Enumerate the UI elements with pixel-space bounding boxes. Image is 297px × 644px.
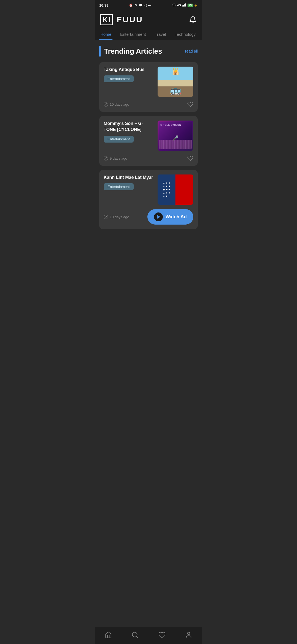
trending-section-header: Trending Articles read all xyxy=(99,46,198,57)
article-card-3[interactable]: Kann Lint Mae Lat Myar Entertainment ★ ★… xyxy=(99,170,198,229)
article-category-1: Entertainment xyxy=(104,75,134,82)
wifi-icon xyxy=(172,3,176,7)
svg-rect-1 xyxy=(182,6,183,7)
article-time-2: 9 days ago xyxy=(104,156,127,160)
svg-rect-2 xyxy=(183,5,183,6)
bell-icon[interactable] xyxy=(189,16,197,24)
article-footer-3: 10 days ago Watch Ad xyxy=(104,209,193,225)
like-button-1[interactable] xyxy=(187,101,193,107)
article-category-3: Entertainment xyxy=(104,183,134,190)
tab-travel[interactable]: Travel xyxy=(153,29,167,40)
watch-ad-button[interactable]: Watch Ad xyxy=(147,209,193,225)
bus-icon: 🚌 xyxy=(170,85,181,95)
section-title-wrapper: Trending Articles xyxy=(99,46,162,57)
article-text-3: Kann Lint Mae Lat Myar Entertainment xyxy=(104,174,154,190)
article-time-1: 10 days ago xyxy=(104,102,129,107)
concert-thumbnail-text: G-TONE CYCLON xyxy=(160,124,181,126)
svg-rect-3 xyxy=(184,4,185,7)
article-thumbnail-2: G-TONE CYCLON 🎤 xyxy=(158,121,193,151)
article-text-1: Taking Antique Bus Entertainment xyxy=(104,67,154,82)
status-bar: 16:39 ⏰ ⚙ 💬 ◁ ••• 4G 73 ⚡ xyxy=(95,0,202,10)
play-triangle-icon xyxy=(157,215,160,219)
building-icon: 🕌 xyxy=(172,68,179,75)
app-logo: KI FUUU xyxy=(100,14,143,25)
article-card-2[interactable]: Mommy's Son – G-TONE [CYCLONE] Entertain… xyxy=(99,116,198,166)
flag-right xyxy=(175,174,193,205)
section-title: Trending Articles xyxy=(104,47,162,56)
battery-icon: 73 xyxy=(188,4,193,7)
main-content: Trending Articles read all Taking Antiqu… xyxy=(95,40,202,261)
article-time-3: 10 days ago xyxy=(104,215,129,219)
article-title-3: Kann Lint Mae Lat Myar xyxy=(104,174,154,181)
article-thumbnail-1: 🕌 🚌 xyxy=(158,67,193,97)
concert-thumbnail: G-TONE CYCLON 🎤 xyxy=(158,121,193,151)
tab-technology[interactable]: Technology xyxy=(174,29,197,40)
bus-thumbnail: 🕌 🚌 xyxy=(158,67,193,97)
clock-icon-1 xyxy=(104,102,108,107)
svg-rect-4 xyxy=(185,3,186,6)
flag-left: ★ ★ ★ ★ ★ ★ ★ ★ ★ ★ ★ ★ xyxy=(158,174,175,205)
charging-icon: ⚡ xyxy=(194,4,198,7)
read-all-link[interactable]: read all xyxy=(185,49,198,53)
dots-icon: ••• xyxy=(148,4,152,7)
article-text-2: Mommy's Son – G-TONE [CYCLONE] Entertain… xyxy=(104,121,154,143)
navigation-icon: ◁ xyxy=(144,4,147,7)
app-header: KI FUUU xyxy=(95,10,202,29)
article-category-2: Entertainment xyxy=(104,136,134,143)
title-accent xyxy=(99,46,101,57)
article-footer-2: 9 days ago xyxy=(104,155,193,161)
status-icons-left: ⏰ ⚙ 💬 ◁ ••• xyxy=(129,4,152,7)
article-footer-1: 10 days ago xyxy=(104,101,193,107)
tab-entertainment[interactable]: Entertainment xyxy=(119,29,147,40)
settings-icon: ⚙ xyxy=(134,4,137,7)
status-time: 16:39 xyxy=(99,3,108,7)
article-title-1: Taking Antique Bus xyxy=(104,67,154,73)
tab-home[interactable]: Home xyxy=(99,29,112,40)
watch-ad-label: Watch Ad xyxy=(166,214,187,220)
message-icon: 💬 xyxy=(139,4,143,7)
article-card-inner-2: Mommy's Son – G-TONE [CYCLONE] Entertain… xyxy=(104,121,193,151)
time-text-2: 9 days ago xyxy=(110,156,127,160)
time-text-1: 10 days ago xyxy=(110,102,129,107)
article-card-inner-1: Taking Antique Bus Entertainment 🕌 🚌 xyxy=(104,67,193,97)
clock-icon-2 xyxy=(104,156,108,160)
article-card-1[interactable]: Taking Antique Bus Entertainment 🕌 🚌 10 … xyxy=(99,62,198,112)
signal-icon xyxy=(182,3,186,7)
article-card-inner-3: Kann Lint Mae Lat Myar Entertainment ★ ★… xyxy=(104,174,193,205)
article-title-2: Mommy's Son – G-TONE [CYCLONE] xyxy=(104,121,154,133)
status-icons-right: 4G 73 ⚡ xyxy=(172,3,198,7)
time-text-3: 10 days ago xyxy=(110,215,129,219)
svg-point-0 xyxy=(174,6,174,7)
article-thumbnail-3: ★ ★ ★ ★ ★ ★ ★ ★ ★ ★ ★ ★ xyxy=(158,174,193,205)
clock-icon-3 xyxy=(104,215,108,219)
4g-icon: 4G xyxy=(177,4,181,7)
bottom-spacer xyxy=(99,233,198,255)
flag-thumbnail: ★ ★ ★ ★ ★ ★ ★ ★ ★ ★ ★ ★ xyxy=(158,174,193,205)
like-button-2[interactable] xyxy=(187,155,193,161)
nav-tabs: Home Entertainment Travel Technology xyxy=(95,29,202,40)
play-circle-icon xyxy=(154,212,163,221)
alarm-icon: ⏰ xyxy=(129,4,133,7)
